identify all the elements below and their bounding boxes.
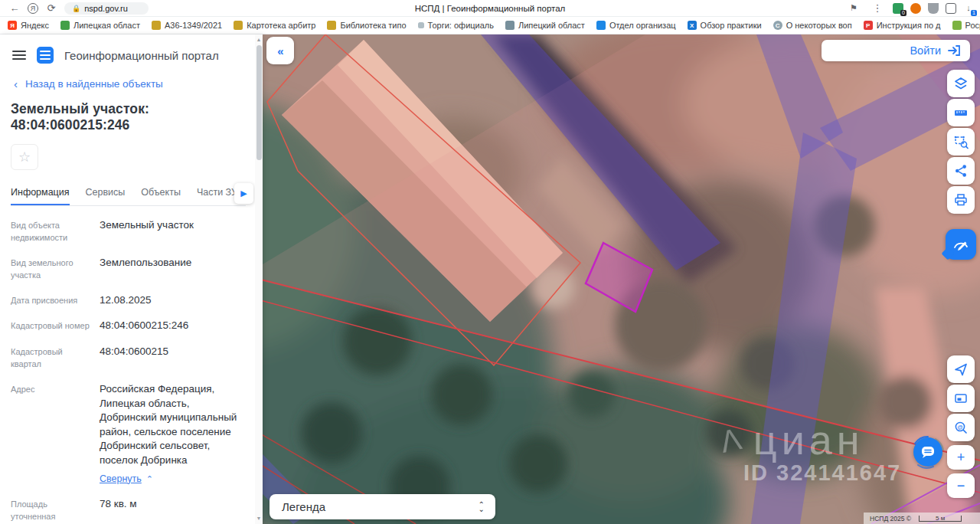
download-icon[interactable]: ↓ 1 <box>963 3 974 14</box>
search-coordinates-button[interactable]: @ <box>947 414 975 441</box>
zoom-out-button[interactable]: − <box>947 473 975 498</box>
tab-bar: Информация Сервисы Объекты Части ЗУ Сост… <box>11 182 246 206</box>
layers-button[interactable] <box>947 70 975 97</box>
field-row-address: Адрес Российская Федерация, Липецкая обл… <box>11 382 246 486</box>
bookmark-item[interactable]: Отдел организац <box>596 21 676 30</box>
share-icon <box>953 163 969 178</box>
bookmark-item[interactable]: Картотека арбитр <box>234 21 315 30</box>
page-title: Земельный участок: 48:04:0600215:246 <box>11 92 246 133</box>
bookmark-flag-icon[interactable]: ⚑ <box>845 3 862 13</box>
sidebar-scrollbar[interactable]: ▲ ▼ <box>255 34 263 524</box>
tab-information[interactable]: Информация <box>11 182 70 205</box>
scrollbar-thumb[interactable] <box>256 45 262 160</box>
map-attribution: НСПД 2025 © 5 м <box>864 513 980 524</box>
download-badge: 1 <box>971 10 977 16</box>
bookmark-item[interactable]: CО некоторых воп <box>773 21 852 30</box>
back-to-results-link[interactable]: ‹ Назад в найденные объекты <box>11 70 246 92</box>
bookmark-item[interactable]: Торги: официаль <box>418 21 494 30</box>
nspd-logo[interactable] <box>37 47 54 64</box>
print-icon <box>953 192 969 208</box>
plus-icon: + <box>957 450 965 466</box>
field-row: Вид земельного участкаЗемлепользование <box>11 256 246 282</box>
favicon: X <box>688 21 697 30</box>
svg-text:@: @ <box>957 424 963 431</box>
field-row: Кадастровый квартал48:04:0600215 <box>11 345 246 371</box>
print-button[interactable] <box>947 186 975 214</box>
favicon <box>327 21 336 30</box>
zoom-in-button[interactable]: + <box>947 445 975 470</box>
url-text: nspd.gov.ru <box>84 4 128 13</box>
select-area-icon <box>953 134 969 149</box>
bookmark-item[interactable]: Липецкая област <box>60 21 140 30</box>
extension-globe-icon[interactable] <box>910 3 921 14</box>
reload-icon[interactable]: ⟳ <box>43 2 60 14</box>
draw-tool-icon <box>952 235 970 254</box>
double-chevron-left-icon: « <box>277 44 283 57</box>
object-info-panel: Геоинформационный портал ‹ Назад в найде… <box>0 34 263 524</box>
browser-titlebar: ← Я ⟳ 🔒 nspd.gov.ru НСПД | Геоинформацио… <box>0 0 980 17</box>
field-row: Площадь уточненная78 кв. м <box>11 497 246 523</box>
legend-dropdown[interactable]: Легенда ⌃ ⌄ <box>270 494 495 519</box>
chat-widget-button[interactable] <box>910 434 946 470</box>
scale-bar: 5 м <box>919 516 962 522</box>
bookmarks-bar: ЯЯндекс Липецкая област А36-1349/2021 Ка… <box>0 17 980 34</box>
favicon: Я <box>8 21 17 30</box>
clipboard-icon[interactable] <box>946 3 956 14</box>
login-button[interactable]: Войти <box>822 40 970 61</box>
favicon <box>152 21 161 30</box>
portal-title: Геоинформационный портал <box>64 49 219 62</box>
attributes-list: Вид объекта недвижимостиЗемельный участо… <box>11 218 246 524</box>
scroll-down-icon[interactable]: ▼ <box>255 514 263 523</box>
favicon <box>505 21 514 30</box>
minimap-button[interactable] <box>947 385 975 412</box>
bookmark-item[interactable]: Липецкий област <box>505 21 585 30</box>
bookmark-item[interactable]: XОбзор практики <box>688 21 762 30</box>
chevron-up-icon[interactable]: ⌃ <box>146 473 153 485</box>
favicon <box>234 21 243 30</box>
measure-button[interactable] <box>947 99 975 126</box>
bookmark-item[interactable]: А36-1349/2021 <box>152 21 222 30</box>
triangle-right-icon: ▶ <box>240 188 247 198</box>
chevron-updown-icon: ⌃ ⌄ <box>479 503 485 512</box>
locate-button[interactable] <box>947 355 975 383</box>
extension-shield-icon[interactable] <box>928 3 939 14</box>
share-button[interactable] <box>947 157 975 185</box>
minimap-icon <box>953 391 969 406</box>
map-viewport[interactable]: Λ циан ID 324141647 « Войти <box>263 34 980 524</box>
yandex-browser-icon[interactable]: Я <box>28 3 38 14</box>
favicon <box>952 21 962 30</box>
select-area-button[interactable] <box>947 128 975 156</box>
bookmark-item[interactable]: PИнструкция по д <box>864 21 941 30</box>
collapse-sidebar-button[interactable]: « <box>266 37 294 64</box>
extension-badge: 0 <box>900 10 906 16</box>
bookmark-item[interactable]: Росреестр <box>952 21 980 30</box>
layers-icon <box>953 76 969 91</box>
star-icon: ☆ <box>18 149 31 165</box>
bookmark-item[interactable]: Библиотека типо <box>327 21 406 30</box>
address-bar[interactable]: 🔒 nspd.gov.ru <box>64 2 149 15</box>
menu-dots-icon[interactable]: ⋮ <box>869 2 886 14</box>
favicon <box>418 22 424 28</box>
tab-scroll-right-button[interactable]: ▶ <box>234 183 253 204</box>
chevron-left-icon: ‹ <box>14 77 18 90</box>
minus-icon: − <box>957 478 965 494</box>
favicon <box>596 21 606 30</box>
scroll-up-icon[interactable]: ▲ <box>255 35 263 44</box>
lock-icon: 🔒 <box>72 5 80 12</box>
draw-tool-button-active[interactable] <box>946 229 976 260</box>
hamburger-menu-icon[interactable] <box>12 48 26 62</box>
address-value: Российская Федерация, Липецкая область, … <box>100 383 237 466</box>
tab-services[interactable]: Сервисы <box>86 182 126 205</box>
satellite-map[interactable] <box>263 34 980 524</box>
field-row: Кадастровый номер48:04:0600215:246 <box>11 319 246 333</box>
favicon: P <box>864 21 873 30</box>
bookmark-item[interactable]: ЯЯндекс <box>8 21 49 30</box>
collapse-address-link[interactable]: Свернуть <box>100 473 142 486</box>
favorite-star-button[interactable]: ☆ <box>11 144 38 170</box>
extension-adblock-icon[interactable]: 0 <box>893 3 903 14</box>
favicon: C <box>773 21 782 30</box>
field-row: Дата присвоения12.08.2025 <box>11 293 246 308</box>
tab-objects[interactable]: Объекты <box>141 182 181 205</box>
tab-parcel-parts[interactable]: Части ЗУ <box>197 182 237 205</box>
back-icon[interactable]: ← <box>6 2 23 14</box>
